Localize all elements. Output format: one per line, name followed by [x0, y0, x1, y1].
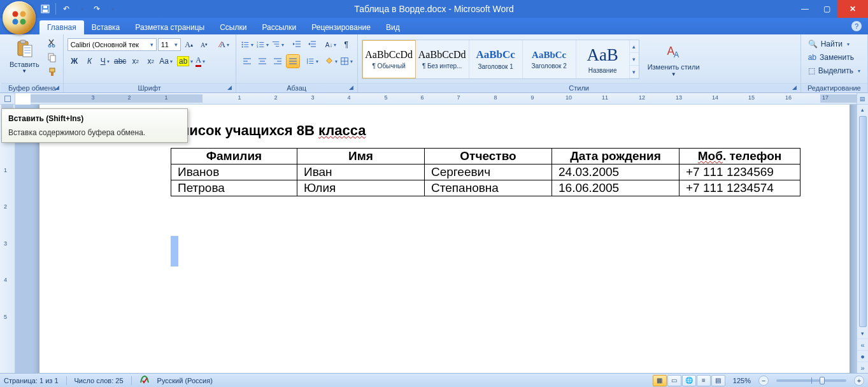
- align-right-button[interactable]: [271, 54, 285, 68]
- qat-customize-button[interactable]: [105, 3, 119, 15]
- help-icon[interactable]: ?: [851, 21, 862, 31]
- copy-button[interactable]: [45, 50, 59, 64]
- view-full-screen[interactable]: ▭: [667, 375, 681, 386]
- style-heading1[interactable]: AaBbCcЗаголовок 1: [469, 40, 523, 78]
- table-cell[interactable]: Степановна: [425, 180, 552, 196]
- font-name-combo[interactable]: Calibri (Основной тек▾: [68, 38, 157, 51]
- table-cell[interactable]: Иван: [297, 164, 425, 180]
- qat-undo-button[interactable]: ↶: [59, 3, 73, 15]
- table-row[interactable]: ИвановИванСергеевич24.03.2005+7 111 1234…: [171, 164, 800, 180]
- maximize-button[interactable]: ▢: [816, 0, 837, 18]
- gallery-up[interactable]: ▴: [630, 40, 639, 53]
- table-cell[interactable]: 16.06.2005: [552, 180, 679, 196]
- table-cell[interactable]: Иванов: [171, 164, 297, 180]
- ruler-toggle[interactable]: ▤: [857, 93, 868, 105]
- change-case-button[interactable]: Aa: [159, 54, 173, 68]
- paragraph-launcher[interactable]: ◢: [348, 84, 355, 92]
- horizontal-ruler[interactable]: 3211234567891011121314151617: [31, 93, 857, 105]
- tab-home[interactable]: Главная: [39, 20, 84, 34]
- line-spacing-button[interactable]: [305, 54, 319, 68]
- scroll-up[interactable]: ▴: [857, 105, 868, 115]
- align-center-button[interactable]: [255, 54, 269, 68]
- zoom-out-button[interactable]: −: [758, 376, 769, 386]
- view-web[interactable]: 🌐: [682, 375, 696, 386]
- sort-button[interactable]: A↓: [324, 38, 338, 52]
- document-table[interactable]: ФамилияИмяОтчествоДата рожденияМоб. теле…: [171, 148, 800, 196]
- table-header[interactable]: Дата рождения: [552, 149, 679, 164]
- cut-button[interactable]: [45, 36, 59, 50]
- subscript-button[interactable]: x2: [129, 54, 143, 68]
- qat-redo-button[interactable]: ↷: [90, 3, 104, 15]
- decrease-indent-button[interactable]: [290, 38, 304, 52]
- next-page-button[interactable]: »: [857, 361, 868, 373]
- gallery-down[interactable]: ▾: [630, 53, 639, 66]
- clear-formatting-button[interactable]: A⁄: [218, 38, 232, 52]
- shading-button[interactable]: [324, 54, 338, 68]
- clipboard-launcher[interactable]: ◢: [53, 84, 61, 92]
- font-size-combo[interactable]: 11▾: [158, 38, 181, 51]
- format-painter-button[interactable]: [45, 65, 59, 79]
- document-heading[interactable]: Список учащихся 8В класса: [171, 122, 811, 139]
- scroll-thumb[interactable]: [859, 116, 867, 327]
- bold-button[interactable]: Ж: [68, 54, 82, 68]
- table-cell[interactable]: +7 111 1234574: [679, 180, 800, 196]
- scroll-down[interactable]: ▾: [857, 328, 868, 339]
- justify-button[interactable]: [286, 54, 300, 68]
- view-draft[interactable]: ▤: [711, 375, 725, 386]
- show-marks-button[interactable]: ¶: [339, 38, 353, 52]
- styles-launcher[interactable]: ◢: [791, 84, 799, 92]
- italic-button[interactable]: К: [83, 54, 97, 68]
- style-no-spacing[interactable]: AaBbCcDd¶ Без интер...: [416, 40, 469, 78]
- shrink-font-button[interactable]: A▾: [197, 38, 211, 52]
- tab-mailings[interactable]: Рассылки: [254, 20, 304, 34]
- highlight-button[interactable]: ab: [178, 54, 192, 68]
- close-button[interactable]: ✕: [837, 0, 868, 18]
- table-cell[interactable]: Юлия: [297, 180, 425, 196]
- paste-button[interactable]: Вставить ▼: [5, 36, 44, 77]
- prev-page-button[interactable]: «: [857, 339, 868, 350]
- table-row[interactable]: ПетроваЮлияСтепановна16.06.2005+7 111 12…: [171, 180, 800, 196]
- qat-save-button[interactable]: [38, 3, 52, 15]
- tab-references[interactable]: Ссылки: [212, 20, 254, 34]
- style-heading2[interactable]: AaBbCcЗаголовок 2: [523, 40, 576, 78]
- font-launcher[interactable]: ◢: [226, 84, 234, 92]
- status-language[interactable]: Русский (Россия): [157, 377, 213, 384]
- zoom-level[interactable]: 125%: [733, 377, 751, 384]
- replace-button[interactable]: abЗаменить: [805, 51, 857, 64]
- borders-button[interactable]: [339, 54, 353, 68]
- align-left-button[interactable]: [240, 54, 254, 68]
- tab-review[interactable]: Рецензирование: [304, 20, 378, 34]
- increase-indent-button[interactable]: [305, 38, 319, 52]
- superscript-button[interactable]: x2: [144, 54, 158, 68]
- ruler-corner[interactable]: [0, 93, 15, 105]
- status-page[interactable]: Страница: 1 из 1: [4, 377, 59, 384]
- font-color-button[interactable]: A: [194, 54, 208, 68]
- gallery-more[interactable]: ▾: [630, 66, 639, 78]
- spell-check-icon[interactable]: [139, 375, 150, 386]
- grow-font-button[interactable]: A▴: [182, 38, 196, 52]
- browse-object-button[interactable]: ●: [857, 350, 868, 361]
- multilevel-list-button[interactable]: [271, 38, 285, 52]
- table-cell[interactable]: 24.03.2005: [552, 164, 679, 180]
- office-button[interactable]: [3, 1, 36, 34]
- view-print-layout[interactable]: ▦: [653, 375, 667, 386]
- tab-view[interactable]: Вид: [378, 20, 408, 34]
- bullets-button[interactable]: [240, 38, 254, 52]
- table-cell[interactable]: +7 111 1234569: [679, 164, 800, 180]
- underline-button[interactable]: Ч: [98, 54, 112, 68]
- find-button[interactable]: 🔍Найти: [805, 38, 853, 50]
- strikethrough-button[interactable]: abc: [113, 54, 127, 68]
- table-header[interactable]: Имя: [297, 149, 425, 164]
- view-outline[interactable]: ≡: [697, 375, 711, 386]
- zoom-in-button[interactable]: +: [854, 376, 864, 386]
- style-normal[interactable]: AaBbCcDd¶ Обычный: [362, 40, 416, 78]
- change-styles-button[interactable]: AA Изменить стили▼: [643, 38, 704, 80]
- status-word-count[interactable]: Число слов: 25: [75, 377, 124, 384]
- style-title[interactable]: AaBНазвание: [576, 40, 630, 78]
- vertical-ruler[interactable]: 12345: [0, 105, 15, 373]
- table-header[interactable]: Фамилия: [171, 149, 297, 164]
- zoom-slider[interactable]: [776, 379, 846, 382]
- vertical-scrollbar[interactable]: ▴ ▾ « ● »: [857, 105, 868, 373]
- table-header[interactable]: Отчество: [425, 149, 552, 164]
- minimize-button[interactable]: —: [794, 0, 816, 18]
